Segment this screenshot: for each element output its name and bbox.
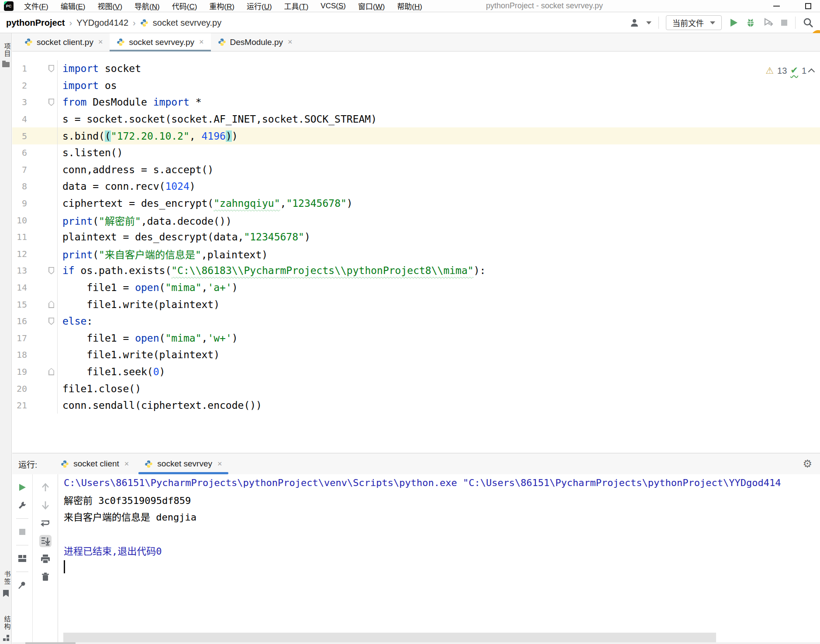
code-line[interactable]: 12print("来自客户端的信息是",plaintext) bbox=[12, 246, 820, 263]
line-number[interactable]: 11 bbox=[12, 232, 27, 242]
fold-marker-icon[interactable] bbox=[48, 99, 54, 106]
line-number[interactable]: 12 bbox=[12, 249, 27, 259]
gutter[interactable] bbox=[27, 279, 58, 296]
code-line[interactable]: 21conn.sendall(ciphertext.encode()) bbox=[12, 397, 820, 414]
debug-button[interactable] bbox=[745, 17, 756, 28]
gutter[interactable] bbox=[27, 111, 58, 128]
gutter[interactable] bbox=[27, 296, 58, 313]
code-line[interactable]: 20file1.close() bbox=[12, 380, 820, 397]
line-number[interactable]: 15 bbox=[12, 299, 27, 310]
gutter[interactable] bbox=[27, 195, 58, 212]
breadcrumb-project[interactable]: pythonProject bbox=[6, 18, 65, 28]
line-number[interactable]: 16 bbox=[12, 316, 27, 326]
line-number[interactable]: 2 bbox=[12, 80, 27, 91]
print-icon[interactable] bbox=[39, 553, 52, 565]
project-tool-label[interactable]: 项目 bbox=[3, 43, 12, 58]
fold-marker-icon[interactable] bbox=[48, 301, 54, 308]
scroll-to-end-icon[interactable] bbox=[39, 535, 52, 547]
gutter[interactable] bbox=[27, 161, 58, 178]
menu-item[interactable]: 帮助(H) bbox=[392, 0, 427, 12]
line-number[interactable]: 21 bbox=[12, 400, 27, 411]
gutter[interactable] bbox=[27, 363, 58, 380]
minimize-icon[interactable] bbox=[773, 6, 780, 7]
close-icon[interactable]: × bbox=[98, 38, 103, 47]
menu-item[interactable]: 运行(U) bbox=[241, 0, 277, 12]
line-number[interactable]: 6 bbox=[12, 147, 27, 158]
gutter[interactable] bbox=[27, 178, 58, 195]
scrollbar-thumb[interactable] bbox=[25, 642, 76, 644]
code-line[interactable]: 4s = socket.socket(socket.AF_INET,socket… bbox=[12, 111, 820, 128]
code-line[interactable]: 17 file1 = open("mima",'w+') bbox=[12, 330, 820, 347]
line-number[interactable]: 14 bbox=[12, 282, 27, 293]
wrench-icon[interactable] bbox=[16, 499, 28, 511]
structure-tool-label[interactable]: 结构 bbox=[3, 616, 12, 630]
code-line[interactable]: 5s.bind(("172.20.10.2", 4196)) bbox=[12, 127, 820, 144]
gutter[interactable] bbox=[27, 380, 58, 397]
code-line[interactable]: 11plaintext = des_descrypt(data,"1234567… bbox=[12, 229, 820, 246]
console-output[interactable]: C:\Users\86151\PycharmProjects\pythonPro… bbox=[58, 474, 820, 644]
menu-item[interactable]: 视图(V) bbox=[92, 0, 127, 12]
gutter[interactable] bbox=[27, 262, 58, 279]
rerun-icon[interactable] bbox=[16, 481, 28, 493]
line-number[interactable]: 13 bbox=[12, 265, 27, 276]
code-line[interactable]: 8data = conn.recv(1024) bbox=[12, 178, 820, 195]
fold-marker-icon[interactable] bbox=[48, 267, 54, 274]
editor-tab[interactable]: socket sevrvey.py× bbox=[110, 33, 210, 51]
code-line[interactable]: 15 file1.write(plaintext) bbox=[12, 296, 820, 313]
gutter[interactable] bbox=[27, 127, 58, 144]
gutter[interactable] bbox=[27, 397, 58, 414]
run-button[interactable] bbox=[729, 18, 738, 27]
code-line[interactable]: 2import os bbox=[12, 77, 820, 94]
code-line[interactable]: 9ciphertext = des_encrypt("zahngqiyu","1… bbox=[12, 195, 820, 212]
breadcrumb-folder[interactable]: YYDgod4142 bbox=[76, 18, 128, 28]
stop-icon[interactable] bbox=[16, 526, 28, 538]
gutter[interactable] bbox=[27, 313, 58, 330]
search-everywhere-icon[interactable] bbox=[803, 17, 814, 28]
gutter[interactable] bbox=[27, 229, 58, 246]
structure-icon[interactable] bbox=[3, 635, 9, 641]
menu-item[interactable]: 文件(F) bbox=[19, 0, 54, 12]
close-icon[interactable]: × bbox=[199, 38, 204, 47]
chevron-down-icon[interactable] bbox=[646, 21, 651, 24]
line-number[interactable]: 20 bbox=[12, 384, 27, 394]
bookmarks-tool-label[interactable]: 书签 bbox=[3, 571, 12, 586]
bookmark-icon[interactable] bbox=[3, 590, 9, 597]
menu-item[interactable]: 代码(C) bbox=[167, 0, 203, 12]
close-icon[interactable]: × bbox=[217, 459, 222, 469]
code-line[interactable]: 3from DesModule import * bbox=[12, 94, 820, 111]
gutter[interactable] bbox=[27, 212, 58, 229]
code-line[interactable]: 10print("解密前",data.decode()) bbox=[12, 212, 820, 229]
fold-marker-icon[interactable] bbox=[48, 65, 54, 72]
line-number[interactable]: 5 bbox=[12, 131, 27, 141]
run-tab[interactable]: socket sevrvey× bbox=[137, 453, 230, 474]
chevron-up-icon[interactable] bbox=[808, 68, 815, 75]
line-number[interactable]: 18 bbox=[12, 349, 27, 360]
code-line[interactable]: 6s.listen() bbox=[12, 144, 820, 161]
inspection-widget[interactable]: ⚠ 13 ✔ 1 bbox=[765, 65, 815, 76]
gutter[interactable] bbox=[27, 246, 58, 263]
editor-tab[interactable]: DesModule.py× bbox=[211, 33, 300, 51]
line-number[interactable]: 10 bbox=[12, 215, 27, 226]
menu-item[interactable]: 导航(N) bbox=[129, 0, 165, 12]
line-number[interactable]: 19 bbox=[12, 367, 27, 377]
line-number[interactable]: 3 bbox=[12, 97, 27, 107]
soft-wrap-icon[interactable] bbox=[39, 517, 52, 529]
editor-tab[interactable]: socket client.py× bbox=[17, 33, 110, 51]
line-number[interactable]: 8 bbox=[12, 181, 27, 192]
code-line[interactable]: 13if os.path.exists("C:\\86183\\PycharmP… bbox=[12, 262, 820, 279]
stop-button[interactable] bbox=[780, 19, 788, 27]
code-line[interactable]: 1import socket bbox=[12, 60, 820, 77]
menu-item[interactable]: VCS(S) bbox=[315, 1, 351, 11]
close-icon[interactable]: × bbox=[288, 38, 293, 47]
gutter[interactable] bbox=[27, 346, 58, 363]
line-number[interactable]: 17 bbox=[12, 333, 27, 343]
gutter[interactable] bbox=[27, 330, 58, 347]
code-line[interactable]: 16else: bbox=[12, 313, 820, 330]
restore-layout-icon[interactable] bbox=[16, 552, 28, 565]
console-horizontal-scrollbar[interactable] bbox=[63, 633, 716, 642]
code-line[interactable]: 14 file1 = open("mima",'a+') bbox=[12, 279, 820, 296]
up-icon[interactable] bbox=[39, 481, 52, 493]
code-line[interactable]: 7conn,address = s.accept() bbox=[12, 161, 820, 178]
gear-icon[interactable]: ⚙ bbox=[803, 458, 812, 470]
pin-icon[interactable] bbox=[16, 579, 28, 591]
